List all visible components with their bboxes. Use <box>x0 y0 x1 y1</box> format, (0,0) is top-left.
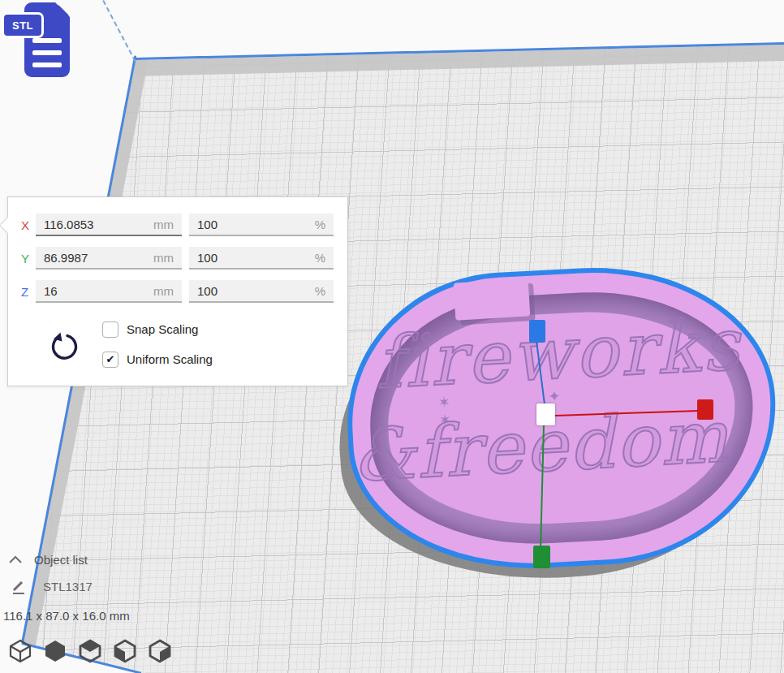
y-size-unit: mm <box>153 251 174 265</box>
z-size-unit: mm <box>153 284 174 298</box>
z-percent-unit: % <box>315 284 325 298</box>
document-line <box>32 50 62 55</box>
reset-scale-button[interactable] <box>48 330 80 363</box>
model-fireworks-freedom[interactable]: fireworks ✶ ✦ ✶ &freedom <box>341 268 783 589</box>
object-name[interactable]: STL1317 <box>43 580 93 593</box>
scale-row-z: Z 16 mm 100 % <box>8 280 347 304</box>
uniform-scaling-checkbox[interactable]: ✔ <box>102 352 118 368</box>
y-percent-value: 100 <box>197 251 218 265</box>
x-percent-unit: % <box>315 218 325 231</box>
scale-tool-panel: X 116.0853 mm 100 % Y 86.9987 mm 100 % Z <box>7 196 348 386</box>
uniform-scaling-label: Uniform Scaling <box>127 352 213 368</box>
x-percent-input[interactable]: 100 % <box>189 214 334 236</box>
y-size-input[interactable]: 86.9987 mm <box>36 247 182 270</box>
document-line <box>32 38 62 43</box>
view-front-icon[interactable] <box>41 637 69 665</box>
scale-handle-z[interactable] <box>529 320 545 343</box>
document-fold-icon <box>58 5 69 15</box>
z-percent-value: 100 <box>197 284 218 298</box>
reset-arrow-icon <box>48 330 80 363</box>
object-list-toggle[interactable]: Object list <box>34 553 88 567</box>
z-size-value: 16 <box>44 284 58 298</box>
view-3d-icon[interactable] <box>6 637 34 665</box>
x-size-input[interactable]: 116.0853 mm <box>36 214 182 236</box>
scale-row-x: X 116.0853 mm 100 % <box>8 214 347 238</box>
snap-scaling-label: Snap Scaling <box>127 321 198 338</box>
x-size-unit: mm <box>153 218 174 231</box>
checkmark-icon: ✔ <box>106 353 115 365</box>
edit-name-icon[interactable] <box>11 580 27 599</box>
z-percent-input[interactable]: 100 % <box>189 280 334 303</box>
scale-handle-center[interactable] <box>536 403 555 425</box>
document-line <box>32 63 62 67</box>
view-left-icon[interactable] <box>111 637 139 665</box>
x-percent-value: 100 <box>197 218 218 231</box>
x-size-value: 116.0853 <box>44 218 93 231</box>
stl-badge: STL <box>2 12 44 38</box>
view-top-icon[interactable] <box>76 637 104 665</box>
scale-handle-y[interactable] <box>533 546 550 568</box>
viewport: fireworks ✶ ✦ ✶ &freedom STL X 116.0853 … <box>0 0 784 673</box>
snap-scaling-checkbox[interactable] <box>102 321 118 338</box>
axis-y-label: Y <box>21 247 37 271</box>
z-size-input[interactable]: 16 mm <box>36 280 182 303</box>
build-volume-edge <box>102 0 136 62</box>
model-dimensions: 116.1 x 87.0 x 16.0 mm <box>3 609 130 623</box>
y-percent-input[interactable]: 100 % <box>189 247 334 270</box>
view-toolbar <box>6 637 174 665</box>
y-percent-unit: % <box>315 251 325 265</box>
view-right-icon[interactable] <box>146 637 174 665</box>
stl-file-icon: STL <box>0 0 78 83</box>
scale-row-y: Y 86.9987 mm 100 % <box>8 247 347 271</box>
axis-z-label: Z <box>21 280 37 304</box>
scale-handle-x[interactable] <box>697 399 713 420</box>
axis-x-label: X <box>21 214 37 238</box>
y-size-value: 86.9987 <box>44 251 88 265</box>
chevron-up-icon[interactable] <box>8 554 23 568</box>
